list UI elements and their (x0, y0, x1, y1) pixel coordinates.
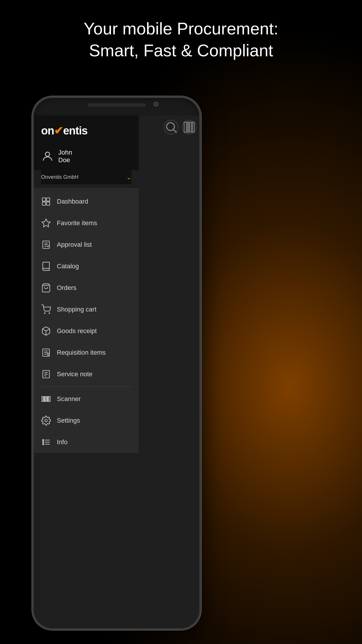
logo-text-on: on (41, 125, 54, 137)
sidebar-item-info[interactable]: Info (34, 431, 139, 453)
sidebar-label-favorite-items: Favorite items (57, 219, 97, 227)
svg-rect-5 (193, 122, 194, 132)
search-icon-btn[interactable] (164, 120, 178, 134)
phone-screen: on✔entis John Doe (34, 116, 199, 628)
user-avatar-icon (41, 150, 54, 163)
sidebar-label-shopping-cart: Shopping cart (57, 306, 96, 313)
service-note-icon (41, 369, 51, 379)
settings-gear-icon (41, 416, 51, 426)
sidebar-item-orders[interactable]: Orders (34, 277, 139, 299)
sidebar-label-goods-receipt: Goods receipt (57, 327, 97, 335)
svg-rect-33 (49, 396, 50, 401)
sidebar-label-requisition-items: Requisition items (57, 349, 106, 356)
svg-rect-31 (45, 396, 47, 401)
svg-rect-7 (42, 198, 45, 201)
svg-rect-29 (42, 396, 43, 401)
phone-frame: on✔entis John Doe (32, 96, 201, 630)
sidebar-label-approval-list: Approval list (57, 241, 92, 249)
svg-rect-2 (184, 122, 187, 132)
svg-point-35 (43, 440, 44, 441)
svg-point-17 (44, 313, 45, 314)
header-section: Your mobile Procurement: Smart, Fast & C… (0, 18, 362, 62)
requisition-icon (41, 348, 51, 358)
svg-rect-4 (190, 122, 191, 132)
sidebar-label-service-note: Service note (57, 370, 92, 378)
sidebar-label-dashboard: Dashboard (57, 198, 88, 205)
sidebar-label-scanner: Scanner (57, 395, 81, 403)
topbar-icons (164, 120, 196, 134)
nav-divider (41, 386, 131, 387)
sidebar-item-goods-receipt[interactable]: Goods receipt (34, 320, 139, 342)
navigation-drawer: on✔entis John Doe (34, 116, 139, 628)
company-selector[interactable]: Onventis GmbH ⌄ (41, 170, 131, 185)
logo-checkmark: ✔ (54, 125, 63, 137)
company-name: Onventis GmbH (41, 174, 78, 180)
info-list-icon (41, 437, 51, 447)
svg-rect-10 (46, 202, 50, 205)
svg-point-34 (45, 419, 48, 422)
barcode-icon-btn[interactable] (182, 120, 196, 134)
svg-rect-8 (46, 198, 50, 201)
scanner-icon (41, 394, 51, 404)
sidebar-item-service-note[interactable]: Service note (34, 363, 139, 385)
catalog-icon (41, 261, 51, 271)
cart-icon (41, 304, 51, 314)
svg-marker-11 (42, 219, 50, 227)
sidebar-item-dashboard[interactable]: Dashboard (34, 191, 139, 212)
sidebar-item-catalog[interactable]: Catalog (34, 256, 139, 277)
orders-icon (41, 283, 51, 293)
user-name: John Doe (58, 149, 131, 164)
sidebar-item-approval-list[interactable]: Approval list (34, 234, 139, 256)
sidebar-label-catalog: Catalog (57, 262, 79, 270)
goods-icon (41, 326, 51, 336)
logo-text-entis: entis (63, 125, 87, 137)
svg-rect-9 (42, 202, 45, 205)
svg-point-37 (43, 442, 44, 443)
header-line2: Smart, Fast & Compliant (23, 39, 339, 61)
svg-point-6 (45, 152, 50, 157)
sidebar-item-favorite-items[interactable]: Favorite items (34, 212, 139, 234)
app-logo: on✔entis (41, 124, 131, 137)
svg-point-18 (49, 313, 50, 314)
svg-rect-30 (44, 396, 45, 401)
sidebar-label-orders: Orders (57, 284, 76, 292)
svg-rect-32 (47, 396, 48, 401)
sidebar-item-shopping-cart[interactable]: Shopping cart (34, 299, 139, 320)
sidebar-item-settings[interactable]: Settings (34, 410, 139, 431)
header-line1: Your mobile Procurement: (23, 18, 339, 39)
phone-power-button (199, 186, 201, 209)
approval-icon (41, 240, 51, 250)
chevron-down-icon: ⌄ (126, 174, 131, 181)
dashboard-icon (41, 197, 51, 206)
user-profile-area[interactable]: John Doe (34, 143, 139, 170)
sidebar-item-requisition-items[interactable]: Requisition items (34, 342, 139, 363)
user-info: John Doe (58, 149, 131, 164)
sidebar-label-settings: Settings (57, 417, 80, 424)
logo-area: on✔entis (34, 116, 139, 143)
star-icon (41, 218, 51, 228)
svg-rect-3 (187, 122, 189, 132)
svg-point-0 (167, 123, 175, 131)
phone-camera (153, 102, 159, 107)
main-content-behind (139, 116, 199, 628)
sidebar-item-scanner[interactable]: Scanner (34, 388, 139, 410)
svg-point-24 (47, 353, 49, 355)
svg-line-1 (174, 130, 177, 133)
phone-notch (87, 103, 146, 107)
nav-menu: Dashboard Favorite items (34, 188, 139, 453)
sidebar-label-info: Info (57, 438, 68, 446)
svg-point-39 (43, 444, 44, 445)
